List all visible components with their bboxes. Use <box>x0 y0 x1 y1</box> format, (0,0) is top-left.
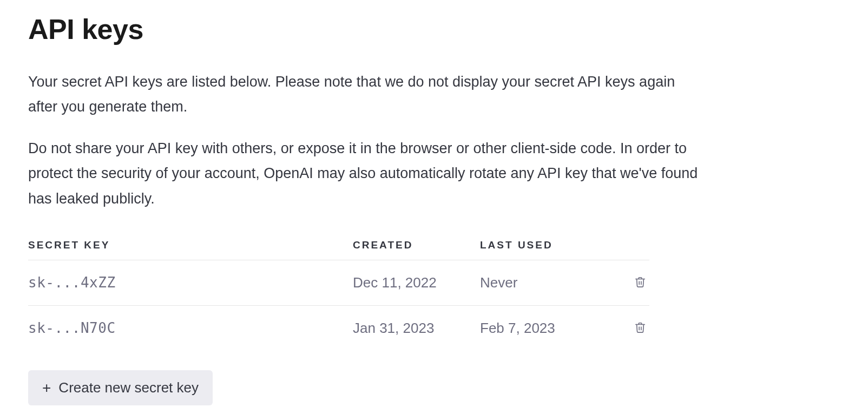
header-secret-key: SECRET KEY <box>28 239 353 260</box>
last-used-value: Feb 7, 2023 <box>480 306 623 351</box>
header-actions <box>623 239 649 260</box>
created-value: Dec 11, 2022 <box>353 260 480 306</box>
description-paragraph-1: Your secret API keys are listed below. P… <box>28 69 699 120</box>
description-paragraph-2: Do not share your API key with others, o… <box>28 136 699 211</box>
page-title: API keys <box>28 13 840 45</box>
trash-icon <box>634 275 646 290</box>
table-row: sk-...4xZZ Dec 11, 2022 Never <box>28 260 649 306</box>
trash-icon <box>634 321 646 336</box>
secret-key-value: sk-...N70C <box>28 320 116 336</box>
delete-key-button[interactable] <box>631 272 649 293</box>
table-row: sk-...N70C Jan 31, 2023 Feb 7, 2023 <box>28 306 649 351</box>
plus-icon: + <box>42 380 51 396</box>
created-value: Jan 31, 2023 <box>353 306 480 351</box>
header-created: CREATED <box>353 239 480 260</box>
secret-key-value: sk-...4xZZ <box>28 274 116 291</box>
api-keys-table: SECRET KEY CREATED LAST USED sk-...4xZZ … <box>28 239 649 351</box>
last-used-value: Never <box>480 260 623 306</box>
create-new-secret-key-button[interactable]: + Create new secret key <box>28 370 213 405</box>
header-last-used: LAST USED <box>480 239 623 260</box>
create-button-label: Create new secret key <box>58 379 199 396</box>
delete-key-button[interactable] <box>631 318 649 339</box>
